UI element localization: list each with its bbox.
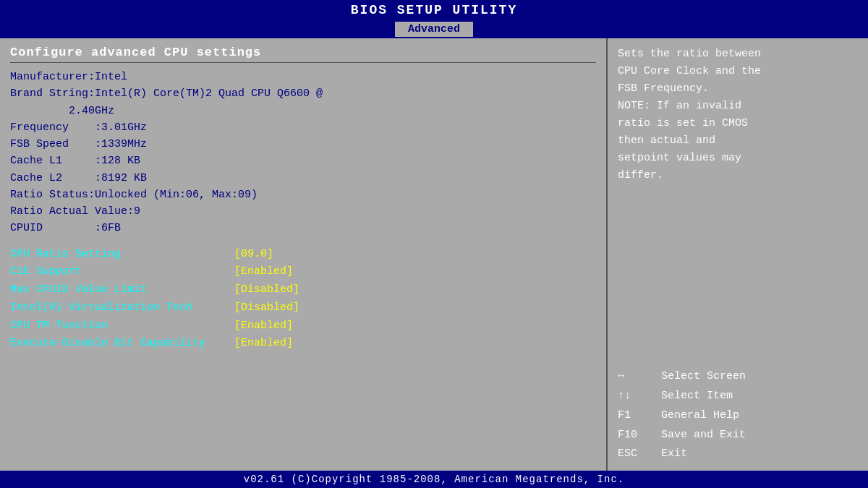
left-panel: Configure advanced CPU settings Manufact… <box>0 38 608 471</box>
key-desc-screen: Select Screen <box>661 368 746 386</box>
setting-value-vt: [Disabled] <box>234 299 299 317</box>
info-brand-string: Brand String:Intel(R) Core(TM)2 Quad CPU… <box>10 85 596 102</box>
key-desc-save: Save and Exit <box>661 427 746 445</box>
setting-execute-disable[interactable]: Execute-Disable Bit Capability [Enabled] <box>10 335 596 353</box>
bios-container: BIOS SETUP UTILITY Advanced Configure ad… <box>0 0 868 488</box>
setting-value-cpu-ratio: [09.0] <box>234 246 273 264</box>
main-content: Configure advanced CPU settings Manufact… <box>0 37 868 471</box>
tab-advanced[interactable]: Advanced <box>395 22 473 37</box>
settings-section: CPU Ratio Setting [09.0] C1E Support [En… <box>10 246 596 354</box>
setting-c1e[interactable]: C1E Support [Enabled] <box>10 263 596 281</box>
footer: v02.61 (C)Copyright 1985-2008, American … <box>0 471 868 488</box>
setting-value-cpu-tm: [Enabled] <box>234 317 293 335</box>
info-cache-l2: Cache L2 :8192 KB <box>10 170 596 187</box>
setting-cpu-ratio[interactable]: CPU Ratio Setting [09.0] <box>10 246 596 264</box>
divider <box>10 62 596 63</box>
key-sym-screen: ↔ <box>618 368 661 386</box>
help-text: Sets the ratio between CPU Core Clock an… <box>618 46 858 184</box>
setting-max-cpuid[interactable]: Max CPUID Value Limit [Disabled] <box>10 281 596 299</box>
key-sym-exit: ESC <box>618 445 661 463</box>
setting-vt[interactable]: Intel(R) Virtualization Tech [Disabled] <box>10 299 596 317</box>
key-desc-exit: Exit <box>661 445 687 463</box>
right-panel: Sets the ratio between CPU Core Clock an… <box>608 38 868 471</box>
info-ratio-actual: Ratio Actual Value:9 <box>10 203 596 220</box>
key-row-item: ↑↓ Select Item <box>618 388 858 406</box>
info-brand-string-cont: 2.40GHz <box>10 103 596 119</box>
setting-label-execute-disable: Execute-Disable Bit Capability <box>10 335 234 353</box>
key-sym-item: ↑↓ <box>618 388 661 406</box>
info-fsb-speed: FSB Speed :1339MHz <box>10 136 596 153</box>
setting-cpu-tm[interactable]: CPU TM function [Enabled] <box>10 317 596 335</box>
setting-label-vt: Intel(R) Virtualization Tech <box>10 299 234 317</box>
setting-label-cpu-ratio: CPU Ratio Setting <box>10 246 234 264</box>
bios-title: BIOS SETUP UTILITY <box>0 0 868 20</box>
cpu-info-section: Manufacturer:Intel Brand String:Intel(R)… <box>10 69 596 237</box>
info-cpuid: CPUID :6FB <box>10 220 596 236</box>
key-sym-help: F1 <box>618 407 661 425</box>
key-sym-save: F10 <box>618 427 661 445</box>
key-row-exit: ESC Exit <box>618 445 858 463</box>
info-ratio-status: Ratio Status:Unlocked (Min:06, Max:09) <box>10 187 596 203</box>
setting-label-c1e: C1E Support <box>10 263 234 281</box>
section-title: Configure advanced CPU settings <box>10 46 596 59</box>
setting-label-cpu-tm: CPU TM function <box>10 317 234 335</box>
key-desc-item: Select Item <box>661 388 733 406</box>
key-row-save: F10 Save and Exit <box>618 427 858 445</box>
setting-value-max-cpuid: [Disabled] <box>234 281 299 299</box>
setting-value-c1e: [Enabled] <box>234 263 293 281</box>
info-cache-l1: Cache L1 :128 KB <box>10 153 596 169</box>
key-desc-help: General Help <box>661 407 739 425</box>
setting-label-max-cpuid: Max CPUID Value Limit <box>10 281 234 299</box>
key-row-screen: ↔ Select Screen <box>618 368 858 386</box>
info-manufacturer: Manufacturer:Intel <box>10 69 596 85</box>
tab-bar: Advanced <box>0 20 868 37</box>
key-help: ↔ Select Screen ↑↓ Select Item F1 Genera… <box>618 368 858 463</box>
info-frequency: Frequency :3.01GHz <box>10 119 596 136</box>
setting-value-execute-disable: [Enabled] <box>234 335 293 353</box>
key-row-help: F1 General Help <box>618 407 858 425</box>
